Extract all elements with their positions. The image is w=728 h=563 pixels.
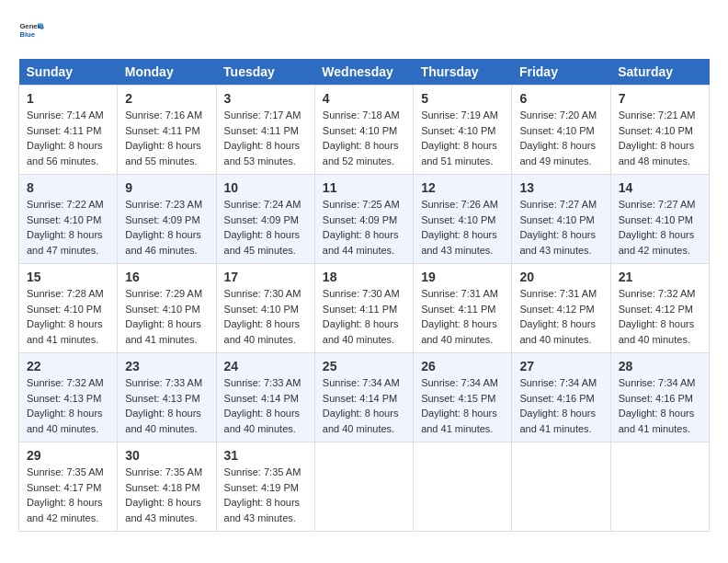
day-info: Sunrise: 7:27 AM Sunset: 4:10 PM Dayligh… [519,197,602,258]
daylight-label: Daylight: [323,229,362,240]
day-info: Sunrise: 7:29 AM Sunset: 4:10 PM Dayligh… [125,286,208,347]
sunset-time: 4:09 PM [163,214,200,225]
day-info: Sunrise: 7:24 AM Sunset: 4:09 PM Dayligh… [224,197,307,258]
day-number: 13 [519,180,602,195]
sunset-time: 4:14 PM [261,393,299,404]
sunset-label: Sunset: [224,393,258,404]
sunrise-label: Sunrise: [519,109,556,121]
daylight-label: Daylight: [224,408,264,419]
calendar-week-row: 1 Sunrise: 7:14 AM Sunset: 4:11 PM Dayli… [19,86,710,175]
sunrise-time: 7:30 AM [264,288,301,299]
sunset-label: Sunset: [421,214,455,225]
sunset-time: 4:16 PM [655,393,693,404]
day-info: Sunrise: 7:19 AM Sunset: 4:10 PM Dayligh… [421,108,504,168]
sunset-label: Sunset: [224,304,258,315]
sunset-label: Sunset: [125,125,159,136]
calendar-week-row: 8 Sunrise: 7:22 AM Sunset: 4:10 PM Dayli… [19,175,710,264]
calendar-cell: 30 Sunrise: 7:35 AM Sunset: 4:18 PM Dayl… [118,442,216,532]
sunrise-time: 7:18 AM [362,109,399,121]
day-info: Sunrise: 7:22 AM Sunset: 4:10 PM Dayligh… [27,197,109,258]
sunrise-label: Sunrise: [224,466,261,477]
daylight-label: Daylight: [421,140,461,151]
calendar-cell: 26 Sunrise: 7:34 AM Sunset: 4:15 PM Dayl… [414,353,512,442]
sunset-time: 4:10 PM [557,214,595,225]
calendar-cell: 24 Sunrise: 7:33 AM Sunset: 4:14 PM Dayl… [216,353,314,442]
calendar-cell: 29 Sunrise: 7:35 AM Sunset: 4:17 PM Dayl… [19,442,118,532]
sunrise-label: Sunrise: [27,288,63,299]
daylight-label: Daylight: [27,318,66,329]
day-number: 22 [27,359,109,373]
sunrise-time: 7:20 AM [560,109,597,121]
sunset-time: 4:10 PM [261,304,299,315]
daylight-label: Daylight: [519,318,559,329]
sunrise-label: Sunrise: [224,199,261,210]
sunrise-label: Sunrise: [224,288,261,299]
sunrise-time: 7:34 AM [658,377,695,388]
day-number: 8 [27,180,109,195]
calendar-cell [512,442,610,532]
sunset-label: Sunset: [519,214,553,225]
sunrise-label: Sunrise: [421,377,458,388]
sunset-time: 4:11 PM [63,125,101,136]
day-number: 20 [519,270,602,284]
calendar-header-wednesday: Wednesday [314,59,413,86]
day-info: Sunrise: 7:14 AM Sunset: 4:11 PM Dayligh… [27,108,109,168]
sunrise-time: 7:21 AM [658,109,695,121]
calendar-week-row: 22 Sunrise: 7:32 AM Sunset: 4:13 PM Dayl… [19,353,710,442]
calendar-cell: 31 Sunrise: 7:35 AM Sunset: 4:19 PM Dayl… [216,442,314,532]
calendar-cell: 2 Sunrise: 7:16 AM Sunset: 4:11 PM Dayli… [118,86,216,175]
calendar-cell: 6 Sunrise: 7:20 AM Sunset: 4:10 PM Dayli… [512,86,610,175]
daylight-label: Daylight: [125,497,165,508]
calendar-cell: 15 Sunrise: 7:28 AM Sunset: 4:10 PM Dayl… [19,264,118,353]
calendar-cell: 16 Sunrise: 7:29 AM Sunset: 4:10 PM Dayl… [118,264,216,353]
sunrise-time: 7:34 AM [560,377,597,388]
sunrise-time: 7:28 AM [66,288,103,299]
sunrise-label: Sunrise: [519,377,556,388]
sunset-time: 4:19 PM [261,482,299,493]
day-number: 17 [224,270,307,284]
day-info: Sunrise: 7:31 AM Sunset: 4:11 PM Dayligh… [421,286,504,347]
calendar-cell: 20 Sunrise: 7:31 AM Sunset: 4:12 PM Dayl… [512,264,610,353]
day-info: Sunrise: 7:35 AM Sunset: 4:19 PM Dayligh… [224,465,307,525]
sunrise-label: Sunrise: [619,199,655,210]
daylight-label: Daylight: [421,408,461,419]
daylight-label: Daylight: [323,318,362,329]
sunset-label: Sunset: [125,304,159,315]
day-info: Sunrise: 7:34 AM Sunset: 4:16 PM Dayligh… [519,375,602,436]
sunrise-time: 7:22 AM [66,199,103,210]
day-info: Sunrise: 7:34 AM Sunset: 4:14 PM Dayligh… [323,375,405,436]
page-header: General Blue [18,18,710,44]
day-number: 28 [619,359,701,373]
sunset-label: Sunset: [323,214,357,225]
sunset-label: Sunset: [519,393,553,404]
calendar-cell: 8 Sunrise: 7:22 AM Sunset: 4:10 PM Dayli… [19,175,118,264]
sunrise-label: Sunrise: [421,199,458,210]
sunset-label: Sunset: [323,125,357,136]
day-number: 11 [323,180,405,195]
sunset-time: 4:18 PM [163,482,200,493]
sunrise-time: 7:23 AM [165,199,202,210]
sunrise-label: Sunrise: [27,377,63,388]
calendar-cell: 28 Sunrise: 7:34 AM Sunset: 4:16 PM Dayl… [610,353,709,442]
calendar-cell: 10 Sunrise: 7:24 AM Sunset: 4:09 PM Dayl… [216,175,314,264]
sunset-label: Sunset: [421,125,455,136]
day-info: Sunrise: 7:23 AM Sunset: 4:09 PM Dayligh… [125,197,208,258]
daylight-label: Daylight: [224,497,264,508]
sunset-label: Sunset: [323,393,357,404]
calendar-cell: 27 Sunrise: 7:34 AM Sunset: 4:16 PM Dayl… [512,353,610,442]
calendar-table: SundayMondayTuesdayWednesdayThursdayFrid… [18,59,710,532]
sunrise-time: 7:34 AM [362,377,399,388]
daylight-label: Daylight: [519,408,559,419]
sunrise-label: Sunrise: [224,377,261,388]
daylight-label: Daylight: [224,229,264,240]
daylight-label: Daylight: [619,140,658,151]
day-number: 14 [619,180,701,195]
sunrise-label: Sunrise: [323,109,359,121]
sunrise-time: 7:16 AM [165,109,202,121]
sunset-label: Sunset: [125,214,159,225]
sunrise-label: Sunrise: [421,109,458,121]
calendar-header-tuesday: Tuesday [216,59,314,86]
sunrise-label: Sunrise: [619,288,655,299]
daylight-label: Daylight: [27,140,66,151]
sunrise-label: Sunrise: [27,466,63,477]
